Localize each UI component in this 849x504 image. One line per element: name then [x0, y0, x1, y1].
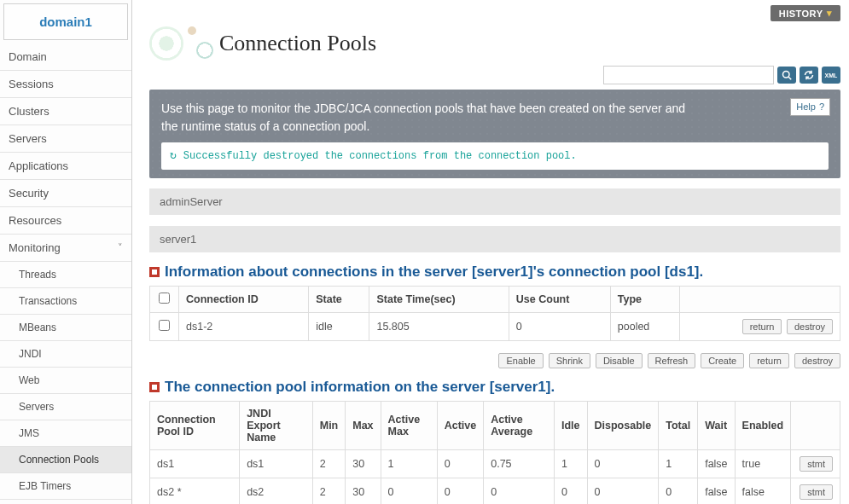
svg-line-1 [788, 77, 791, 79]
table-row: ds2 * ds2 2 30 0 0 0 0 0 0 false false s… [150, 478, 840, 504]
enable-button[interactable]: Enable [498, 353, 543, 368]
refresh-icon[interactable] [800, 67, 818, 84]
disable-button[interactable]: Disable [596, 353, 643, 368]
col-wait: Wait [698, 401, 735, 449]
cell: 0 [437, 478, 484, 504]
col-min: Min [312, 401, 346, 449]
cell-conn-id: ds1-2 [179, 312, 309, 340]
col-max: Max [346, 401, 381, 449]
nav-ejb-timers[interactable]: EJB Timers [0, 473, 131, 500]
cell: ds1 [150, 449, 240, 478]
cell: 30 [346, 449, 381, 478]
destroy-button[interactable]: destroy [787, 319, 833, 334]
nav-domain[interactable]: Domain [0, 43, 131, 71]
nav-servers-sub[interactable]: Servers [0, 394, 131, 420]
cell: 0.75 [484, 449, 555, 478]
history-button[interactable]: HISTORY ▾ [770, 5, 840, 21]
nav-mbeans[interactable]: MBeans [0, 315, 131, 341]
cell-type: pooled [610, 312, 680, 340]
section-1-text: Information about connections in the ser… [165, 264, 703, 281]
nav-jms[interactable]: JMS [0, 420, 131, 447]
table-row: ds1 ds1 2 30 1 0 0.75 1 0 1 false true s… [150, 449, 840, 478]
cell: 0 [381, 478, 437, 504]
nav-system-info[interactable]: System Info [0, 500, 131, 504]
cell-state: idle [309, 312, 369, 340]
history-label: HISTORY [779, 9, 823, 19]
cell: false [698, 449, 735, 478]
nav-servers[interactable]: Servers [0, 125, 131, 153]
info-banner: Use this page to monitor the JDBC/JCA co… [149, 90, 840, 178]
server-bar-admin[interactable]: adminServer [149, 188, 840, 216]
col-active: Active [437, 401, 484, 449]
help-button[interactable]: Help ? [790, 98, 830, 116]
nav-monitoring[interactable]: Monitoring ˅ [0, 235, 131, 262]
question-icon: ? [819, 100, 824, 114]
col-state: State [309, 286, 369, 312]
connections-table: Connection ID State State Time(sec) Use … [149, 286, 840, 341]
cell: ds1 [240, 449, 313, 478]
table-header-row: Connection ID State State Time(sec) Use … [150, 286, 840, 312]
square-marker-icon [149, 267, 160, 277]
help-label: Help [796, 100, 816, 114]
col-idle: Idle [554, 401, 587, 449]
shrink-button[interactable]: Shrink [549, 353, 590, 368]
cell: 0 [484, 478, 555, 504]
section-title-2: The connection pool information on the s… [149, 379, 840, 396]
decorative-circles [149, 26, 226, 61]
banner-text-1: Use this page to monitor the JDBC/JCA co… [161, 101, 685, 115]
search-input[interactable] [603, 66, 774, 84]
cell: 2 [312, 449, 346, 478]
destroy-button[interactable]: destroy [794, 353, 840, 368]
server-bar-server1[interactable]: server1 [149, 226, 840, 253]
col-pool-id: Connection Pool ID [150, 401, 240, 449]
row-checkbox[interactable] [159, 320, 170, 331]
col-use-count: Use Count [509, 286, 610, 312]
cell: ds2 * [150, 478, 240, 504]
cell: 0 [554, 478, 587, 504]
return-button[interactable]: return [749, 353, 789, 368]
nav-connection-pools[interactable]: Connection Pools [0, 447, 131, 473]
cell: 1 [554, 449, 587, 478]
page-title: Connection Pools [219, 31, 376, 56]
square-marker-icon [149, 382, 160, 392]
nav-threads[interactable]: Threads [0, 262, 131, 288]
nav-resources[interactable]: Resources [0, 207, 131, 235]
col-total: Total [659, 401, 698, 449]
col-active-avg: Active Average [484, 401, 555, 449]
refresh-button[interactable]: Refresh [648, 353, 696, 368]
cell: 0 [587, 449, 659, 478]
cell: ds2 [240, 478, 313, 504]
col-type: Type [610, 286, 680, 312]
chevron-down-icon: ˅ [118, 242, 123, 253]
col-disposable: Disposable [587, 401, 659, 449]
cell: true [735, 449, 791, 478]
domain-label: domain1 [3, 3, 128, 40]
nav-clusters[interactable]: Clusters [0, 98, 131, 125]
col-active-max: Active Max [381, 401, 437, 449]
nav-web[interactable]: Web [0, 368, 131, 394]
cell: 0 [659, 478, 698, 504]
xml-export-icon[interactable]: XML [822, 67, 840, 84]
col-enabled: Enabled [735, 401, 791, 449]
cell: false [735, 478, 791, 504]
stmt-button[interactable]: stmt [800, 456, 833, 472]
cell: 30 [346, 478, 381, 504]
create-button[interactable]: Create [701, 353, 744, 368]
nav-jndi[interactable]: JNDI [0, 341, 131, 368]
section-title-1: Information about connections in the ser… [149, 264, 840, 281]
chevron-down-icon: ▾ [827, 8, 833, 19]
main-content: HISTORY ▾ Connection Pools XML Use this … [132, 0, 849, 504]
cell-use: 0 [509, 312, 610, 340]
cell-time: 15.805 [369, 312, 509, 340]
nav-sessions[interactable]: Sessions [0, 71, 131, 98]
return-button[interactable]: return [742, 319, 782, 334]
nav-security[interactable]: Security [0, 180, 131, 207]
cell: 1 [381, 449, 437, 478]
nav-transactions[interactable]: Transactions [0, 288, 131, 315]
table-header-row: Connection Pool ID JNDI Export Name Min … [150, 401, 840, 449]
select-all-checkbox[interactable] [159, 293, 170, 304]
stmt-button[interactable]: stmt [800, 484, 833, 500]
nav-applications[interactable]: Applications [0, 153, 131, 180]
cell: 2 [312, 478, 346, 504]
search-icon[interactable] [777, 67, 796, 84]
